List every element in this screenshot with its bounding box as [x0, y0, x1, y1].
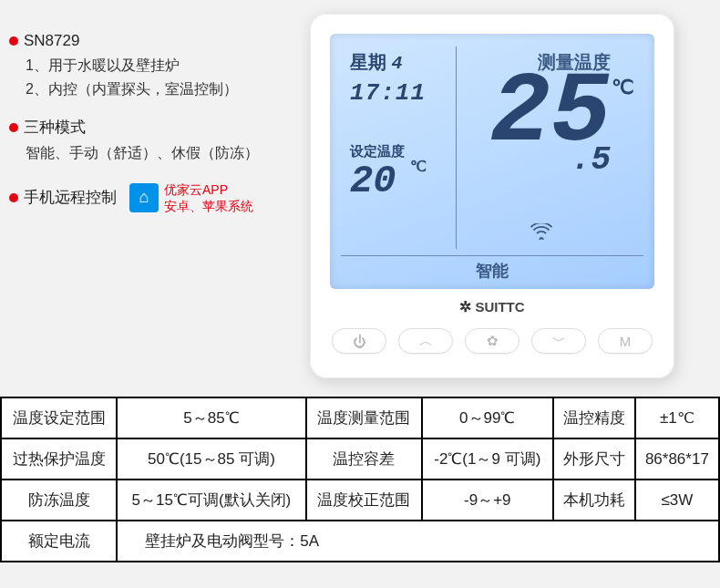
- specs-table: 温度设定范围 5～85℃ 温度测量范围 0～99℃ 温控精度 ±1℃ 过热保护温…: [0, 397, 720, 562]
- brand-logo-icon: ✲: [459, 298, 471, 315]
- table-row: 额定电流 壁挂炉及电动阀型号：5A: [1, 521, 719, 562]
- measured-temp-frac: .5: [571, 141, 611, 179]
- spec-label: 温控精度: [553, 397, 635, 438]
- spec-label: 额定电流: [1, 521, 117, 562]
- thermostat-device: 星期 4 17:11 设定温度 20 ℃ 测量温度 25 .5 ℃ 智能 ✲SU…: [310, 14, 674, 378]
- brand-label: ✲SUITTC: [330, 298, 654, 315]
- table-row: 防冻温度 5～15℃可调(默认关闭) 温度校正范围 -9～+9 本机功耗 ≤3W: [1, 480, 719, 521]
- spec-label: 过热保护温度: [1, 438, 117, 480]
- model-line-2: 2、内控（内置探头，室温控制）: [26, 77, 310, 101]
- spec-value: -9～+9: [422, 480, 553, 521]
- app-text: 优家云APP 安卓、苹果系统: [164, 181, 253, 214]
- set-temp-label: 设定温度: [350, 143, 405, 160]
- modes-line: 智能、手动（舒适）、休假（防冻）: [26, 141, 310, 165]
- remote-title: 手机远程控制: [24, 187, 117, 208]
- spec-label: 外形尺寸: [553, 438, 635, 480]
- spec-value: 壁挂炉及电动阀型号：5A: [117, 521, 719, 562]
- power-button[interactable]: ⏻: [332, 328, 386, 354]
- modes-title: 三种模式: [24, 117, 86, 138]
- lcd-screen: 星期 4 17:11 设定温度 20 ℃ 测量温度 25 .5 ℃ 智能: [330, 34, 654, 289]
- spec-label: 温度校正范围: [306, 480, 422, 521]
- set-temp-unit: ℃: [410, 158, 427, 175]
- divider: [456, 46, 457, 249]
- spec-value: 0～99℃: [422, 397, 553, 438]
- up-button[interactable]: ︿: [398, 328, 453, 354]
- spec-value: -2℃(1～9 可调): [422, 438, 553, 480]
- spec-value: 5～15℃可调(默认关闭): [117, 480, 305, 521]
- set-temp-value: 20: [350, 160, 396, 203]
- spec-value: ±1℃: [635, 397, 719, 438]
- table-row: 过热保护温度 50℃(15～85 可调) 温控容差 -2℃(1～9 可调) 外形…: [1, 438, 719, 480]
- spec-label: 温控容差: [306, 438, 422, 480]
- spec-value: 50℃(15～85 可调): [117, 438, 305, 480]
- table-row: 温度设定范围 5～85℃ 温度测量范围 0～99℃ 温控精度 ±1℃: [1, 397, 719, 438]
- feature-list: SN8729 1、用于水暖以及壁挂炉 2、内控（内置探头，室温控制） 三种模式 …: [9, 14, 310, 378]
- spec-value: 86*86*17: [635, 438, 719, 480]
- spec-value: ≤3W: [635, 480, 719, 521]
- time-display: 17:11: [350, 79, 426, 107]
- app-icon: ⌂: [129, 183, 159, 212]
- bullet-icon: [9, 123, 18, 132]
- menu-button[interactable]: M: [598, 328, 653, 354]
- spec-value: 5～85℃: [117, 397, 305, 438]
- spec-label: 温度测量范围: [306, 397, 422, 438]
- weekday-label: 星期 4: [350, 50, 403, 75]
- measured-temp-unit: ℃: [612, 76, 634, 99]
- wifi-icon: [530, 222, 552, 245]
- bullet-icon: [9, 36, 18, 46]
- mode-label: 智能: [330, 260, 654, 282]
- spec-label: 本机功耗: [553, 480, 635, 521]
- down-button[interactable]: ﹀: [531, 328, 586, 354]
- divider: [341, 255, 643, 256]
- settings-button[interactable]: ✿: [465, 328, 519, 354]
- spec-label: 温度设定范围: [1, 397, 117, 438]
- spec-label: 防冻温度: [1, 480, 117, 521]
- bullet-icon: [9, 193, 18, 202]
- model-title: SN8729: [24, 32, 79, 50]
- model-line-1: 1、用于水暖以及壁挂炉: [26, 54, 310, 77]
